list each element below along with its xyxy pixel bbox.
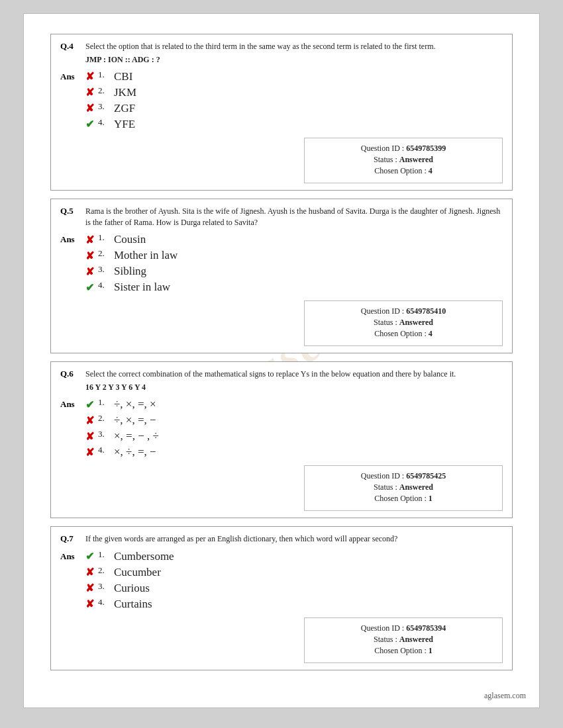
question-block-5: Q.5Rama is the brother of Ayush. Sita is… [50, 199, 513, 354]
info-chosen-q6: Chosen Option : 1 [315, 494, 491, 504]
question-number-6: Q.6 [60, 369, 79, 380]
option-num-q6-2: 2. [98, 413, 110, 424]
option-num-q5-1: 1. [98, 232, 110, 243]
option-num-q5-4: 4. [98, 280, 110, 291]
cross-icon: ✘ [85, 566, 94, 578]
question-block-4: Q.4Select the option that is related to … [50, 34, 513, 191]
option-row-q6-3: ✘3.×, =, − , ÷ [85, 430, 159, 443]
info-status-q5: Status : Answered [315, 318, 491, 328]
option-num-q7-1: 1. [98, 549, 110, 560]
option-num-q5-2: 2. [98, 248, 110, 259]
info-question-id-q6: Question ID : 6549785425 [315, 471, 491, 481]
cross-icon: ✘ [85, 430, 94, 443]
question-number-4: Q.4 [60, 41, 79, 52]
info-question-id-q4: Question ID : 6549785399 [315, 144, 491, 154]
option-row-q5-3: ✘3.Sibling [85, 265, 178, 278]
option-text-q6-2: ÷, ×, =, − [114, 414, 156, 427]
question-subtext-4: JMP : ION :: ADG : ? [85, 55, 503, 65]
option-text-q7-2: Cucumber [114, 566, 161, 579]
option-num-q6-1: 1. [98, 397, 110, 408]
info-box-q5: Question ID : 6549785410Status : Answere… [304, 300, 503, 346]
option-row-q4-2: ✘2.JKM [85, 86, 136, 99]
option-row-q7-2: ✘2.Cucumber [85, 566, 174, 579]
brand-footer: aglasem.com [484, 691, 526, 701]
info-status-q4: Status : Answered [315, 155, 491, 165]
cross-icon: ✘ [85, 70, 94, 83]
option-text-q6-4: ×, ÷, =, − [114, 445, 156, 459]
cross-icon: ✘ [85, 265, 94, 278]
page: aglasem. Q.4Select the option that is re… [23, 13, 540, 708]
option-num-q4-4: 4. [98, 117, 110, 128]
checkmark-icon: ✔ [85, 281, 94, 294]
option-text-q7-1: Cumbersome [114, 550, 174, 563]
option-num-q7-4: 4. [98, 597, 110, 608]
cross-icon: ✘ [85, 414, 94, 427]
info-chosen-q5: Chosen Option : 4 [315, 329, 491, 339]
cross-icon: ✘ [85, 234, 94, 246]
ans-label-7: Ans [60, 551, 85, 562]
checkmark-icon: ✔ [85, 118, 94, 130]
cross-icon: ✘ [85, 250, 94, 262]
question-block-7: Q.7If the given words are arranged as pe… [50, 526, 513, 670]
option-text-q5-2: Mother in law [114, 249, 178, 262]
question-text-7: If the given words are arranged as per a… [85, 533, 397, 545]
question-subtext-6: 16 Y 2 Y 3 Y 6 Y 4 [85, 383, 503, 392]
option-row-q5-4: ✔4.Sister in law [85, 281, 178, 294]
question-text-5: Rama is the brother of Ayush. Sita is th… [85, 206, 503, 228]
option-text-q5-3: Sibling [114, 265, 146, 278]
info-status-q7: Status : Answered [315, 635, 491, 645]
question-text-6: Select the correct combination of the ma… [85, 369, 456, 380]
ans-label-6: Ans [60, 399, 85, 410]
question-number-5: Q.5 [60, 206, 79, 228]
info-box-q4: Question ID : 6549785399Status : Answere… [304, 138, 503, 183]
cross-icon: ✘ [85, 102, 94, 114]
question-number-7: Q.7 [60, 533, 79, 545]
option-num-q4-2: 2. [98, 85, 110, 96]
info-chosen-q4: Chosen Option : 4 [315, 166, 491, 176]
cross-icon: ✘ [85, 598, 94, 610]
option-num-q5-3: 3. [98, 264, 110, 275]
option-text-q6-1: ÷, ×, =, × [114, 398, 156, 411]
option-num-q6-3: 3. [98, 429, 110, 439]
info-status-q6: Status : Answered [315, 482, 491, 492]
option-row-q6-2: ✘2.÷, ×, =, − [85, 414, 159, 427]
option-row-q6-1: ✔1.÷, ×, =, × [85, 398, 159, 411]
option-text-q5-4: Sister in law [114, 281, 170, 294]
ans-label-4: Ans [60, 71, 85, 82]
option-row-q4-3: ✘3.ZGF [85, 102, 136, 115]
option-text-q4-2: JKM [114, 86, 136, 99]
option-num-q6-4: 4. [98, 445, 110, 455]
info-question-id-q7: Question ID : 6549785394 [315, 623, 491, 633]
option-text-q4-4: YFE [114, 118, 135, 131]
option-row-q4-1: ✘1.CBI [85, 70, 136, 83]
option-text-q7-3: Curious [114, 582, 150, 595]
question-text-4: Select the option that is related to the… [85, 41, 436, 52]
option-row-q5-1: ✘1.Cousin [85, 233, 178, 246]
option-row-q5-2: ✘2.Mother in law [85, 249, 178, 262]
option-row-q7-1: ✔1.Cumbersome [85, 550, 174, 563]
option-num-q4-1: 1. [98, 69, 110, 80]
cross-icon: ✘ [85, 86, 94, 99]
cross-icon: ✘ [85, 446, 94, 459]
option-row-q4-4: ✔4.YFE [85, 118, 136, 131]
option-num-q7-3: 3. [98, 581, 110, 592]
option-num-q4-3: 3. [98, 101, 110, 112]
question-block-6: Q.6Select the correct combination of the… [50, 361, 513, 518]
info-box-q6: Question ID : 6549785425Status : Answere… [304, 465, 503, 511]
cross-icon: ✘ [85, 582, 94, 594]
ans-label-5: Ans [60, 234, 85, 245]
info-box-q7: Question ID : 6549785394Status : Answere… [304, 617, 503, 663]
info-chosen-q7: Chosen Option : 1 [315, 646, 491, 656]
option-text-q5-1: Cousin [114, 233, 146, 246]
option-row-q6-4: ✘4.×, ÷, =, − [85, 445, 159, 459]
checkmark-icon: ✔ [85, 550, 94, 563]
info-question-id-q5: Question ID : 6549785410 [315, 306, 491, 316]
option-num-q7-2: 2. [98, 565, 110, 576]
checkmark-icon: ✔ [85, 398, 94, 411]
option-text-q6-3: ×, =, − , ÷ [114, 430, 159, 443]
option-row-q7-3: ✘3.Curious [85, 582, 174, 595]
option-row-q7-4: ✘4.Curtains [85, 598, 174, 611]
option-text-q7-4: Curtains [114, 598, 152, 611]
option-text-q4-3: ZGF [114, 102, 135, 115]
option-text-q4-1: CBI [114, 70, 132, 83]
